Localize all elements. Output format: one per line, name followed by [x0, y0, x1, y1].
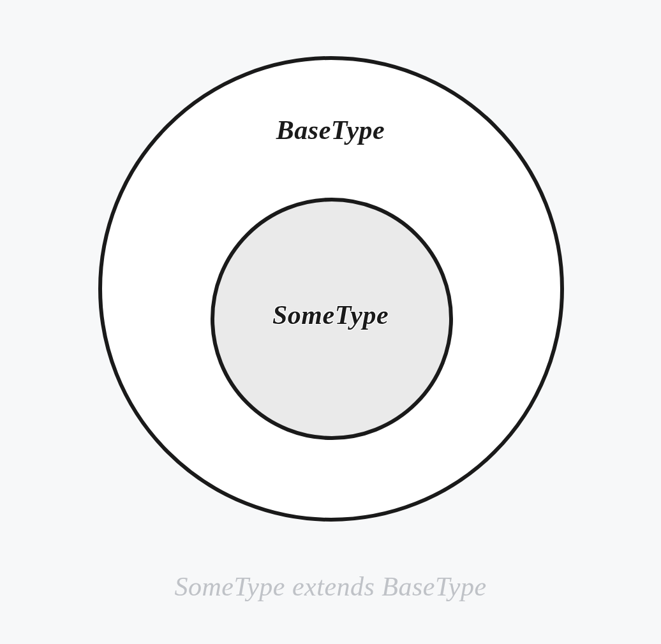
outer-circle-label: BaseType	[0, 115, 661, 145]
diagram-caption: SomeType extends BaseType	[0, 571, 661, 602]
diagram-container: BaseType SomeType SomeType extends BaseT…	[0, 0, 661, 644]
inner-circle-label: SomeType	[0, 300, 661, 330]
